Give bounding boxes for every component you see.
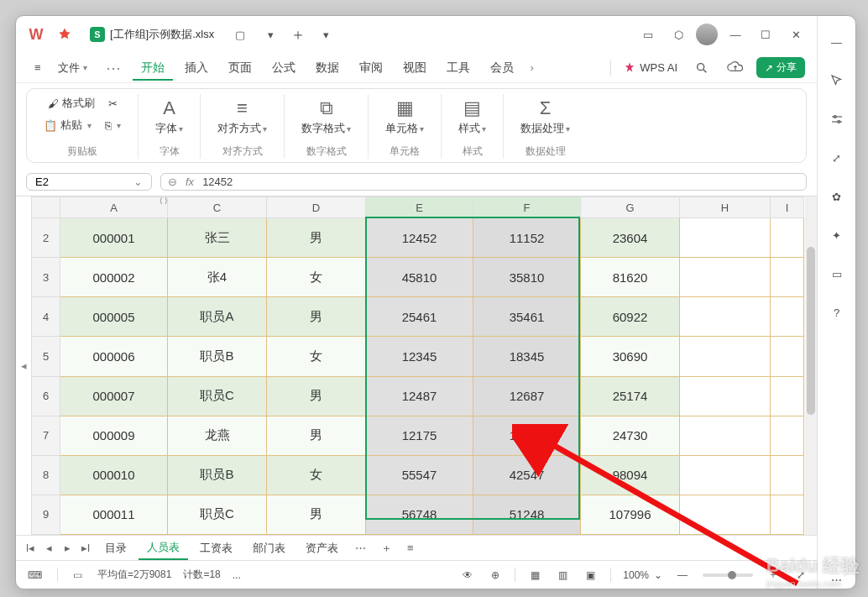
cloud-upload-icon[interactable] [726, 59, 745, 77]
cell[interactable]: 女 [267, 258, 366, 297]
cell[interactable]: 35810 [473, 258, 581, 297]
cell[interactable]: 25174 [581, 376, 680, 416]
sparkle-icon[interactable]: ✦ [828, 226, 846, 244]
cell[interactable]: 45810 [366, 258, 473, 297]
cell[interactable] [680, 218, 771, 258]
cell[interactable]: 107996 [581, 495, 680, 534]
cell[interactable]: 张4 [168, 258, 267, 297]
wps-ai-button[interactable]: WPS AI [623, 61, 677, 75]
user-avatar[interactable] [696, 24, 718, 45]
pin-icon[interactable] [53, 23, 76, 46]
cell[interactable] [680, 297, 771, 337]
add-sheet-button[interactable]: ＋ [374, 541, 399, 556]
view-break-icon[interactable]: ▣ [583, 568, 599, 583]
cell[interactable] [680, 337, 771, 376]
sheet-tab-1[interactable]: 人员表 [139, 537, 188, 560]
fx-icon[interactable]: fx [186, 175, 194, 188]
sheet-last-icon[interactable]: ▸I [78, 542, 93, 554]
col-header-H[interactable]: H [680, 197, 771, 218]
row-header[interactable]: 3 [32, 258, 60, 297]
spreadsheet-grid[interactable]: A C D E F G H I 2000001张三男12452111522360… [31, 196, 804, 535]
zoom-out-button[interactable]: — [674, 568, 691, 583]
col-header-I[interactable]: I [771, 197, 804, 218]
vertical-scrollbar[interactable] [805, 196, 817, 535]
hamburger-menu[interactable]: ≡ [28, 58, 48, 77]
minimize-panel-icon[interactable]: — [828, 33, 846, 51]
leaf-icon[interactable]: ✿ [828, 187, 846, 206]
sheet-next-icon[interactable]: ▸ [60, 542, 75, 554]
cell[interactable]: 男 [267, 297, 366, 337]
cell[interactable]: 000002 [60, 258, 168, 297]
sheet-prev-icon[interactable]: ◂ [41, 542, 56, 554]
cell[interactable]: 张三 [168, 218, 267, 258]
row-header[interactable]: 6 [32, 376, 60, 416]
menu-overflow-icon[interactable]: ⋯ [97, 59, 129, 77]
table-row[interactable]: 7000009龙燕男121751255524730 [32, 416, 804, 455]
zoom-level[interactable]: 100% [623, 569, 649, 581]
menu-tools[interactable]: 工具 [438, 55, 478, 81]
name-box-dropdown-icon[interactable]: ⌄ [133, 175, 143, 188]
cell[interactable]: 男 [267, 218, 366, 258]
cell[interactable] [680, 455, 771, 495]
toolbox-icon[interactable]: ▭ [828, 264, 846, 283]
cell[interactable]: 男 [267, 416, 366, 455]
sheet-tab-4[interactable]: 资产表 [297, 537, 347, 559]
file-menu[interactable]: 文件 [51, 57, 94, 79]
document-tab[interactable]: S [工作组]示例数据.xlsx [81, 24, 222, 45]
cell[interactable]: 000010 [60, 455, 168, 495]
cell[interactable]: 12175 [366, 416, 473, 455]
col-header-C[interactable]: C [168, 197, 267, 218]
col-header-E[interactable]: E [366, 197, 473, 218]
format-painter-button[interactable]: 🖌 格式刷 [44, 94, 98, 113]
cell[interactable]: 12452 [366, 218, 473, 258]
menu-data[interactable]: 数据 [307, 55, 348, 81]
cell[interactable] [680, 376, 771, 416]
cell[interactable]: 女 [267, 337, 366, 376]
view-page-icon[interactable]: ▥ [555, 568, 571, 583]
scroll-left-icon[interactable]: ◂ [16, 196, 31, 535]
align-button[interactable]: ≡对齐方式 [214, 94, 270, 139]
cell[interactable]: 51248 [473, 495, 581, 534]
menu-page[interactable]: 页面 [220, 55, 260, 81]
cursor-icon[interactable] [828, 71, 846, 90]
cell[interactable] [771, 416, 804, 455]
cube-icon[interactable]: ⬡ [666, 22, 691, 47]
menu-home[interactable]: 开始 [133, 55, 173, 81]
status-ellipsis[interactable]: ... [233, 569, 241, 581]
view-normal-icon[interactable]: ▦ [527, 568, 543, 583]
cell[interactable]: 12555 [473, 416, 581, 455]
cell[interactable]: 000006 [60, 337, 168, 376]
zoom-dropdown-icon[interactable]: ⌄ [654, 569, 662, 581]
sheet-first-icon[interactable]: I◂ [23, 542, 38, 554]
cell[interactable] [680, 416, 771, 455]
cell[interactable] [771, 258, 804, 297]
expand-icon[interactable]: ⤢ [828, 149, 846, 167]
cell[interactable] [771, 376, 804, 416]
cell[interactable] [771, 218, 804, 258]
share-button[interactable]: ↗ 分享 [756, 57, 805, 78]
menu-member[interactable]: 会员 [482, 55, 522, 81]
cell[interactable]: 000001 [60, 218, 168, 258]
cell[interactable]: 000007 [60, 376, 168, 416]
table-row[interactable]: 4000005职员A男254613546160922 [32, 297, 804, 337]
table-row[interactable]: 5000006职员B女123451834530690 [32, 337, 804, 376]
menu-review[interactable]: 审阅 [351, 55, 391, 81]
close-button[interactable]: ✕ [783, 22, 808, 47]
cell[interactable]: 18345 [473, 337, 581, 376]
copy-button[interactable]: ⎘ [102, 118, 124, 134]
settings-slider-icon[interactable] [828, 110, 846, 128]
cell[interactable] [771, 495, 804, 534]
cell[interactable]: 000009 [60, 416, 168, 455]
menu-formula[interactable]: 公式 [264, 55, 304, 81]
formula-input[interactable]: ⊖ fx 12452 [160, 173, 807, 191]
fullscreen-icon[interactable]: ⤢ [793, 568, 808, 583]
add-tab-button[interactable]: ＋ [288, 24, 308, 45]
row-header[interactable]: 8 [32, 455, 60, 495]
help-icon[interactable]: ? [828, 303, 846, 322]
cell[interactable]: 11152 [473, 218, 581, 258]
sheet-tab-3[interactable]: 部门表 [244, 537, 294, 559]
cell[interactable] [680, 495, 771, 534]
cell[interactable]: 35461 [473, 297, 581, 337]
cell[interactable] [771, 297, 804, 337]
search-icon[interactable] [689, 55, 714, 81]
